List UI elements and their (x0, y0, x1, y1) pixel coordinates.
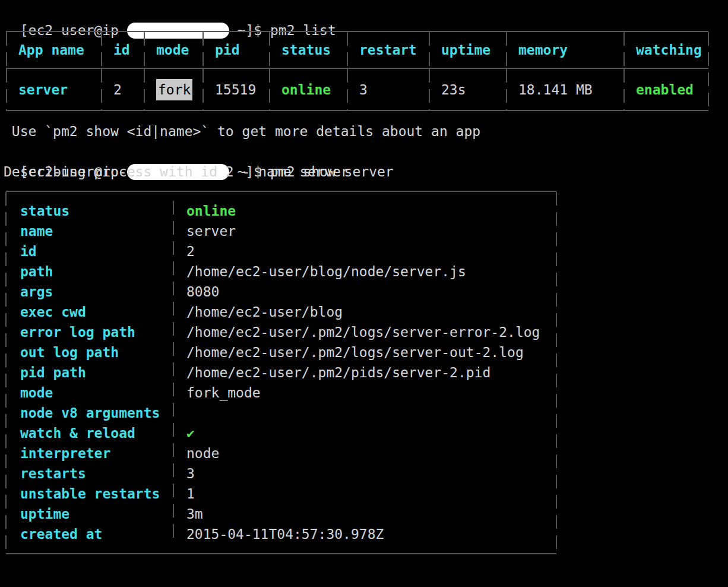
list-header-mode: mode (144, 32, 202, 68)
detail-row-unstable-restarts: unstable restarts1 (6, 484, 556, 504)
detail-row-watch-reload: watch & reload✔ (6, 423, 556, 443)
list-cell-id: 2 (101, 69, 144, 110)
detail-value-out-log-path: /home/ec2-user/.pm2/logs/server-out-2.lo… (173, 342, 556, 362)
detail-row-path: path/home/ec2-user/blog/node/server.js (6, 261, 556, 282)
detail-label-restarts: restarts (6, 463, 173, 484)
list-header-status: status (269, 32, 347, 68)
list-header-uptime: uptime (429, 32, 506, 68)
list-cell-status: online (269, 69, 347, 110)
pm2-detail-table: statusonlinenameserverid2path/home/ec2-u… (6, 191, 556, 554)
list-header-app-name: App name (6, 32, 101, 68)
list-cell-memory: 18.141 MB (506, 69, 623, 110)
detail-row-created-at: created at2015-04-11T04:57:30.978Z (6, 524, 556, 544)
check-icon: ✔ (173, 423, 556, 443)
list-header-memory: memory (506, 32, 623, 68)
detail-row-id: id2 (6, 241, 556, 261)
hint-line: Use `pm2 show <id|name>` to get more det… (4, 121, 480, 141)
detail-value-error-log-path: /home/ec2-user/.pm2/logs/server-error-2.… (173, 322, 556, 342)
list-cell-app-name: server (6, 69, 101, 110)
detail-label-interpreter: interpreter (6, 443, 173, 463)
list-header-pid: pid (202, 32, 269, 68)
detail-label-watch-reload: watch & reload (6, 423, 173, 443)
detail-value-id: 2 (173, 241, 556, 261)
detail-row-mode: modefork_mode (6, 383, 556, 403)
detail-label-unstable-restarts: unstable restarts (6, 484, 173, 504)
pm2-list-data-row: server2fork15519online323s18.141 MBenabl… (6, 69, 708, 110)
detail-value-created-at: 2015-04-11T04:57:30.978Z (173, 524, 556, 544)
detail-row-args: args8080 (6, 282, 556, 302)
detail-value-status: online (173, 201, 556, 221)
detail-label-out-log-path: out log path (6, 342, 173, 362)
detail-value-name: server (173, 221, 556, 241)
detail-label-error-log-path: error log path (6, 322, 173, 342)
detail-row-out-log-path: out log path/home/ec2-user/.pm2/logs/ser… (6, 342, 556, 362)
detail-row-exec-cwd: exec cwd/home/ec2-user/blog (6, 302, 556, 322)
detail-label-created-at: created at (6, 524, 173, 544)
detail-row-error-log-path: error log path/home/ec2-user/.pm2/logs/s… (6, 322, 556, 342)
list-cell-restart: 3 (347, 69, 429, 110)
list-header-restart: restart (347, 32, 429, 68)
list-cell-pid: 15519 (202, 69, 269, 110)
detail-value-unstable-restarts: 1 (173, 484, 556, 504)
detail-label-status: status (6, 201, 173, 221)
detail-label-name: name (6, 221, 173, 241)
detail-label-path: path (6, 261, 173, 282)
detail-row-pid-path: pid path/home/ec2-user/.pm2/pids/server-… (6, 362, 556, 383)
detail-value-node-v8-arguments (173, 403, 556, 423)
detail-row-interpreter: interpreternode (6, 443, 556, 463)
list-cell-watching: enabled (623, 69, 708, 110)
detail-label-pid-path: pid path (6, 362, 173, 383)
detail-label-mode: mode (6, 383, 173, 403)
detail-label-node-v8-arguments: node v8 arguments (6, 403, 173, 423)
detail-value-mode: fork_mode (173, 383, 556, 403)
detail-value-uptime: 3m (173, 504, 556, 524)
describe-line: Describing process with id 2 - name serv… (4, 162, 349, 182)
detail-value-args: 8080 (173, 282, 556, 302)
list-header-watching: watching (623, 32, 708, 68)
detail-label-args: args (6, 282, 173, 302)
detail-value-restarts: 3 (173, 463, 556, 484)
list-cell-uptime: 23s (429, 69, 506, 110)
detail-value-pid-path: /home/ec2-user/.pm2/pids/server-2.pid (173, 362, 556, 383)
terminal-window[interactable]: { "colors": { "background": "#000000", "… (0, 0, 728, 587)
detail-label-id: id (6, 241, 173, 261)
prompt-line-current[interactable]: [ec2-user@ip- ~]$ (4, 566, 279, 587)
detail-row-node-v8-arguments: node v8 arguments (6, 403, 556, 423)
detail-label-exec-cwd: exec cwd (6, 302, 173, 322)
detail-value-path: /home/ec2-user/blog/node/server.js (173, 261, 556, 282)
pm2-list-table: App nameidmodepidstatusrestartuptimememo… (6, 31, 708, 111)
detail-row-restarts: restarts3 (6, 463, 556, 484)
detail-value-interpreter: node (173, 443, 556, 463)
list-cell-mode: fork (144, 69, 202, 110)
detail-value-exec-cwd: /home/ec2-user/blog (173, 302, 556, 322)
list-header-id: id (101, 32, 144, 68)
detail-row-name: nameserver (6, 221, 556, 241)
detail-row-uptime: uptime3m (6, 504, 556, 524)
pm2-list-header-row: App nameidmodepidstatusrestartuptimememo… (6, 32, 708, 69)
detail-label-uptime: uptime (6, 504, 173, 524)
detail-row-status: statusonline (6, 201, 556, 221)
